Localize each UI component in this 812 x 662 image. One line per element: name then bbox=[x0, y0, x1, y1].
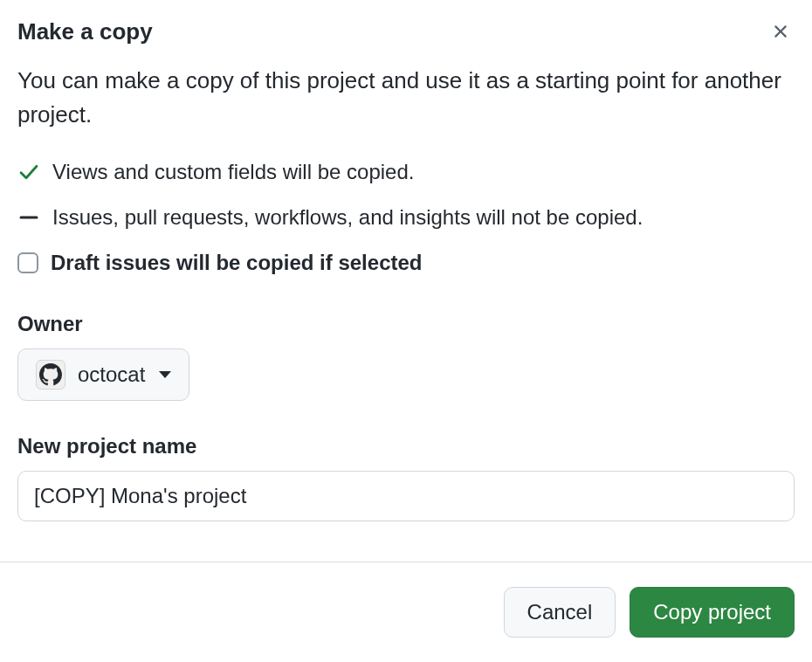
check-icon bbox=[17, 156, 40, 183]
svg-rect-0 bbox=[20, 216, 38, 218]
owner-avatar bbox=[36, 360, 65, 390]
info-text-copied: Views and custom fields will be copied. bbox=[52, 156, 414, 188]
owner-label: Owner bbox=[17, 312, 795, 336]
info-item-not-copied: Issues, pull requests, workflows, and in… bbox=[17, 202, 795, 233]
dialog-body: Make a copy You can make a copy of this … bbox=[0, 0, 812, 548]
dash-icon bbox=[17, 202, 40, 228]
dialog-footer: Cancel Copy project bbox=[0, 562, 812, 662]
draft-issues-checkbox[interactable] bbox=[17, 252, 38, 273]
caret-down-icon bbox=[159, 371, 171, 378]
cancel-button[interactable]: Cancel bbox=[504, 587, 616, 638]
project-name-label: New project name bbox=[17, 434, 795, 459]
make-copy-dialog: Make a copy You can make a copy of this … bbox=[0, 0, 812, 662]
info-item-copied: Views and custom fields will be copied. bbox=[17, 156, 795, 188]
draft-issues-label: Draft issues will be copied if selected bbox=[51, 247, 422, 279]
info-list: Views and custom fields will be copied. … bbox=[17, 156, 795, 279]
project-name-input[interactable] bbox=[17, 471, 795, 521]
close-icon bbox=[770, 21, 791, 42]
dialog-description: You can make a copy of this project and … bbox=[17, 64, 795, 132]
owner-name: octocat bbox=[78, 362, 145, 387]
close-button[interactable] bbox=[767, 17, 795, 45]
info-text-not-copied: Issues, pull requests, workflows, and in… bbox=[52, 202, 643, 233]
dialog-title: Make a copy bbox=[17, 17, 153, 46]
owner-select[interactable]: octocat bbox=[17, 348, 189, 401]
octocat-icon bbox=[39, 363, 62, 386]
draft-issues-checkbox-row[interactable]: Draft issues will be copied if selected bbox=[17, 247, 795, 279]
copy-project-button[interactable]: Copy project bbox=[630, 587, 795, 638]
dialog-header: Make a copy bbox=[17, 17, 795, 46]
